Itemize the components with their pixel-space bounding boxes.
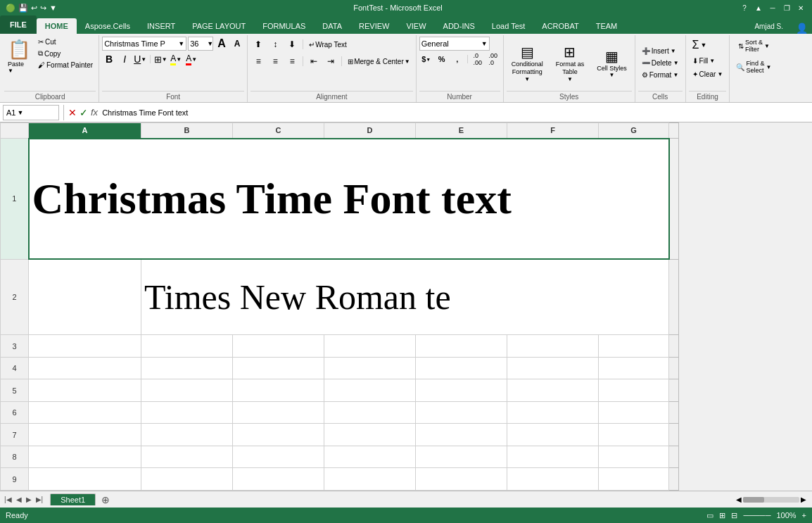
increase-font-button[interactable]: A (215, 37, 229, 51)
confirm-formula-button[interactable]: ✓ (80, 107, 88, 118)
format-painter-button[interactable]: 🖌 Format Painter (35, 60, 96, 70)
horizontal-scrollbar[interactable]: ◀ ▶ (736, 496, 806, 503)
font-color-button[interactable]: A▼ (184, 52, 198, 66)
row-num-1[interactable]: 1 (1, 139, 29, 260)
row-num-2[interactable]: 2 (1, 259, 29, 334)
italic-button[interactable]: I (118, 52, 132, 66)
cell-reference-box[interactable]: A1 ▼ (3, 105, 59, 120)
view-break-button[interactable]: ⊟ (731, 511, 737, 520)
help-button[interactable]: ? (739, 3, 750, 13)
copy-button[interactable]: ⧉ Copy (35, 48, 96, 59)
font-name-field[interactable] (104, 39, 178, 48)
decrease-font-button[interactable]: A (230, 37, 244, 51)
font-size-field[interactable] (190, 39, 207, 48)
row-num-8[interactable]: 8 (1, 446, 29, 468)
currency-button[interactable]: $▼ (419, 52, 433, 66)
row-num-3[interactable]: 3 (1, 335, 29, 358)
decrease-indent-button[interactable]: ⇤ (306, 53, 322, 69)
next-sheet-button[interactable]: ▶ (25, 494, 33, 505)
bold-button[interactable]: B (102, 52, 116, 66)
col-header-c[interactable]: C (233, 123, 324, 139)
add-sheet-button[interactable]: ⊕ (99, 493, 113, 507)
conditional-formatting-button[interactable]: ▤ ConditionalFormatting ▼ (507, 42, 548, 84)
tab-file[interactable]: FILE (0, 15, 37, 34)
comma-button[interactable]: , (450, 52, 464, 66)
sort-filter-button[interactable]: ⇅ Sort &Filter ▼ (735, 37, 773, 55)
tab-addins[interactable]: ADD-INS (435, 18, 483, 34)
view-normal-button[interactable]: ▭ (706, 511, 713, 520)
minimize-button[interactable]: ─ (767, 3, 778, 13)
close-button[interactable]: ✕ (795, 3, 806, 13)
fill-button[interactable]: ⬇ Fill ▼ (689, 55, 727, 67)
border-button[interactable]: ⊞▼ (153, 52, 167, 66)
tab-home[interactable]: HOME (37, 18, 77, 34)
save-icon[interactable]: 💾 (18, 4, 28, 13)
align-middle-button[interactable]: ↕ (267, 37, 283, 52)
number-format-select[interactable]: General ▼ (419, 37, 490, 51)
ribbon-toggle-button[interactable]: ▲ (753, 3, 764, 13)
row-num-5[interactable]: 5 (1, 379, 29, 402)
format-button[interactable]: ⚙ Format ▼ (638, 70, 683, 80)
undo-icon[interactable]: ↩ (31, 4, 37, 13)
col-header-a[interactable]: A (29, 123, 141, 139)
percent-button[interactable]: % (435, 52, 449, 66)
row-num-4[interactable]: 4 (1, 357, 29, 379)
cut-button[interactable]: ✂ Cut (35, 37, 96, 47)
sheet-tab-sheet1[interactable]: Sheet1 (50, 493, 96, 505)
first-sheet-button[interactable]: |◀ (3, 494, 13, 505)
restore-button[interactable]: ❐ (781, 3, 792, 13)
redo-icon[interactable]: ↪ (40, 4, 46, 13)
account-icon[interactable]: 👤 (792, 23, 812, 34)
insert-button[interactable]: ➕ Insert ▼ (638, 46, 683, 56)
delete-button[interactable]: ➖ Delete ▼ (638, 58, 683, 68)
formula-input[interactable] (102, 105, 809, 120)
tab-team[interactable]: TEAM (588, 18, 626, 34)
zoom-in-button[interactable]: + (802, 511, 806, 519)
clear-button[interactable]: ✦ Clear ▼ (689, 68, 727, 80)
fill-color-button[interactable]: A▼ (169, 52, 183, 66)
cancel-formula-button[interactable]: ✕ (68, 107, 77, 118)
tab-page-layout[interactable]: PAGE LAYOUT (184, 18, 254, 34)
font-name-input[interactable]: ▼ (102, 37, 186, 51)
underline-button[interactable]: U▼ (133, 52, 147, 66)
decimal-decrease-button[interactable]: .00.0 (486, 52, 500, 66)
scroll-right-button[interactable]: ▶ (801, 496, 806, 503)
find-select-button[interactable]: 🔍 Find &Select ▼ (732, 58, 775, 76)
customize-icon[interactable]: ▼ (49, 4, 57, 12)
tab-loadtest[interactable]: Load Test (483, 18, 534, 34)
tab-insert[interactable]: INSERT (139, 18, 184, 34)
cell-a3[interactable] (29, 335, 141, 358)
tab-formulas[interactable]: FORMULAS (254, 18, 314, 34)
wrap-text-button[interactable]: ↵ Wrap Text (306, 37, 350, 52)
paste-button[interactable]: 📋 Paste ▼ (4, 37, 34, 76)
format-table-button[interactable]: ⊞ Format asTable ▼ (551, 42, 590, 84)
cell-b2[interactable]: Times New Roman te (141, 259, 669, 334)
align-left-button[interactable]: ≡ (250, 53, 266, 69)
tab-aspose[interactable]: Aspose.Cells (77, 18, 139, 34)
font-size-input[interactable]: ▼ (188, 37, 213, 51)
col-header-d[interactable]: D (324, 123, 416, 139)
col-header-g[interactable]: G (599, 123, 669, 139)
align-bottom-button[interactable]: ⬇ (284, 37, 300, 52)
col-header-b[interactable]: B (141, 123, 233, 139)
row-num-6[interactable]: 6 (1, 401, 29, 424)
tab-review[interactable]: REVIEW (350, 18, 398, 34)
tab-acrobat[interactable]: ACROBAT (533, 18, 587, 34)
col-header-e[interactable]: E (416, 123, 507, 139)
autosum-button[interactable]: Σ ▼ (689, 37, 727, 53)
align-top-button[interactable]: ⬆ (250, 37, 266, 52)
row-num-7[interactable]: 7 (1, 424, 29, 446)
tab-view[interactable]: VIEW (398, 18, 434, 34)
last-sheet-button[interactable]: ▶| (34, 494, 45, 505)
cell-a2[interactable] (29, 259, 141, 334)
decimal-increase-button[interactable]: .0.00 (471, 52, 485, 66)
increase-indent-button[interactable]: ⇥ (323, 53, 338, 69)
scroll-left-button[interactable]: ◀ (736, 496, 742, 503)
merge-center-button[interactable]: ⊞ Merge & Center ▼ (345, 53, 413, 69)
align-center-button[interactable]: ≡ (267, 53, 283, 69)
zoom-slider[interactable]: ───── (743, 511, 770, 519)
tab-data[interactable]: DATA (314, 18, 350, 34)
prev-sheet-button[interactable]: ◀ (15, 494, 23, 505)
align-right-button[interactable]: ≡ (284, 53, 300, 69)
cell-styles-button[interactable]: ▦ Cell Styles ▼ (592, 46, 632, 81)
